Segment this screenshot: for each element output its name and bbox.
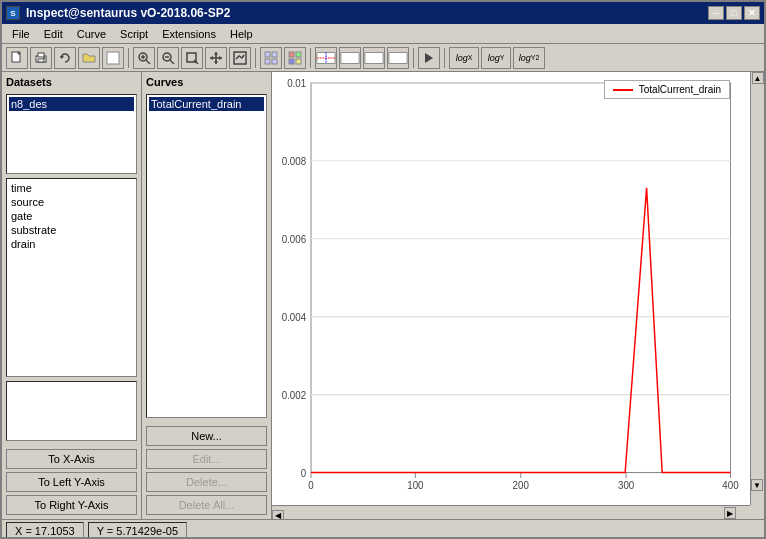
maximize-button[interactable]: □ bbox=[726, 6, 742, 20]
svg-rect-3 bbox=[38, 53, 44, 57]
play-icon[interactable] bbox=[418, 47, 440, 69]
svg-rect-27 bbox=[272, 59, 277, 64]
svg-marker-20 bbox=[214, 61, 218, 64]
marker1-icon[interactable] bbox=[315, 47, 337, 69]
marker2-icon[interactable] bbox=[339, 47, 361, 69]
svg-text:0.004: 0.004 bbox=[282, 312, 307, 324]
mid-panel: Curves TotalCurrent_drain New... Edit...… bbox=[142, 72, 272, 519]
title-bar-controls[interactable]: ─ □ ✕ bbox=[708, 6, 760, 20]
to-x-axis-button[interactable]: To X-Axis bbox=[6, 449, 137, 469]
window-title: Inspect@sentaurus vO-2018.06-SP2 bbox=[26, 6, 230, 20]
axis-buttons: To X-Axis To Left Y-Axis To Right Y-Axis bbox=[6, 449, 137, 515]
open-icon[interactable] bbox=[78, 47, 100, 69]
zoom-in-icon[interactable] bbox=[133, 47, 155, 69]
vertical-scrollbar[interactable]: ▲ ▼ bbox=[750, 72, 764, 505]
svg-text:0.002: 0.002 bbox=[282, 389, 307, 401]
new-icon[interactable] bbox=[6, 47, 28, 69]
edit-curve-button[interactable]: Edit... bbox=[146, 449, 267, 469]
logy-icon[interactable]: logY bbox=[481, 47, 511, 69]
attr-source[interactable]: source bbox=[9, 195, 134, 209]
y-coordinate: Y = 5.71429e-05 bbox=[88, 522, 187, 540]
curve-item-totalcurrent[interactable]: TotalCurrent_drain bbox=[149, 97, 264, 111]
curves-list[interactable]: TotalCurrent_drain bbox=[146, 94, 267, 418]
chart-canvas: 0.01 0.008 0.006 0.004 0.002 0 bbox=[272, 72, 750, 505]
chart-scroll-area[interactable]: 0.01 0.008 0.006 0.004 0.002 0 bbox=[272, 72, 764, 519]
status-bar: X = 17.1053 Y = 5.71429e-05 bbox=[2, 519, 764, 539]
menu-script[interactable]: Script bbox=[114, 26, 154, 42]
svg-text:0.006: 0.006 bbox=[282, 234, 307, 246]
menu-extensions[interactable]: Extensions bbox=[156, 26, 222, 42]
marker3-icon[interactable] bbox=[363, 47, 385, 69]
x-coordinate: X = 17.1053 bbox=[6, 522, 84, 540]
app-icon: S bbox=[6, 6, 20, 20]
menu-file[interactable]: File bbox=[6, 26, 36, 42]
attributes-list[interactable]: time source gate substrate drain bbox=[6, 178, 137, 377]
svg-rect-7 bbox=[107, 52, 119, 64]
svg-text:100: 100 bbox=[407, 479, 424, 491]
color-grid-icon[interactable] bbox=[284, 47, 306, 69]
svg-text:200: 200 bbox=[513, 479, 530, 491]
svg-rect-4 bbox=[38, 59, 44, 62]
svg-rect-30 bbox=[289, 59, 294, 64]
datasets-label: Datasets bbox=[6, 76, 137, 88]
legend-label: TotalCurrent_drain bbox=[639, 84, 721, 95]
toolbar-sep-3 bbox=[310, 48, 311, 68]
toolbar-sep-1 bbox=[128, 48, 129, 68]
attributes-extra-list[interactable] bbox=[6, 381, 137, 441]
datasets-list[interactable]: n8_des bbox=[6, 94, 137, 174]
delete-all-curves-button[interactable]: Delete All... bbox=[146, 495, 267, 515]
to-left-y-axis-button[interactable]: To Left Y-Axis bbox=[6, 472, 137, 492]
toolbar-sep-4 bbox=[413, 48, 414, 68]
close-button[interactable]: ✕ bbox=[744, 6, 760, 20]
svg-text:0.01: 0.01 bbox=[287, 78, 306, 90]
reload-icon[interactable] bbox=[54, 47, 76, 69]
chart-svg: 0.01 0.008 0.006 0.004 0.002 0 bbox=[272, 72, 750, 505]
to-right-y-axis-button[interactable]: To Right Y-Axis bbox=[6, 495, 137, 515]
menu-bar: File Edit Curve Script Extensions Help bbox=[2, 24, 764, 44]
dataset-item-n8des[interactable]: n8_des bbox=[9, 97, 134, 111]
svg-marker-21 bbox=[210, 56, 213, 60]
zoom-box-icon[interactable] bbox=[181, 47, 203, 69]
svg-text:0: 0 bbox=[308, 479, 314, 491]
svg-rect-23 bbox=[234, 52, 246, 64]
grid-icon[interactable] bbox=[260, 47, 282, 69]
chart-legend: TotalCurrent_drain bbox=[604, 80, 730, 99]
svg-rect-29 bbox=[296, 52, 301, 57]
svg-rect-36 bbox=[365, 52, 383, 63]
attr-time[interactable]: time bbox=[9, 181, 134, 195]
print-icon[interactable] bbox=[30, 47, 52, 69]
svg-line-14 bbox=[170, 60, 174, 64]
pan-icon[interactable] bbox=[205, 47, 227, 69]
svg-marker-22 bbox=[219, 56, 222, 60]
zoom-fit-icon[interactable] bbox=[229, 47, 251, 69]
attr-substrate[interactable]: substrate bbox=[9, 223, 134, 237]
menu-help[interactable]: Help bbox=[224, 26, 259, 42]
svg-rect-25 bbox=[272, 52, 277, 57]
svg-rect-28 bbox=[289, 52, 294, 57]
minimize-button[interactable]: ─ bbox=[708, 6, 724, 20]
svg-marker-19 bbox=[214, 52, 218, 55]
svg-line-11 bbox=[146, 60, 150, 64]
menu-edit[interactable]: Edit bbox=[38, 26, 69, 42]
logx-icon[interactable]: logX bbox=[449, 47, 479, 69]
toolbar: logX logY logY2 bbox=[2, 44, 764, 72]
marker4-icon[interactable] bbox=[387, 47, 409, 69]
svg-marker-38 bbox=[425, 53, 433, 63]
svg-text:300: 300 bbox=[618, 479, 635, 491]
svg-text:0: 0 bbox=[301, 467, 307, 479]
new-curve-button[interactable]: New... bbox=[146, 426, 267, 446]
attr-gate[interactable]: gate bbox=[9, 209, 134, 223]
zoom-out-icon[interactable] bbox=[157, 47, 179, 69]
curve-buttons: New... Edit... Delete... Delete All... bbox=[146, 426, 267, 515]
legend-line-icon bbox=[613, 86, 633, 94]
toolbar-sep-5 bbox=[444, 48, 445, 68]
horizontal-scrollbar[interactable]: ◀ ▶ bbox=[272, 505, 750, 519]
attr-drain[interactable]: drain bbox=[9, 237, 134, 251]
delete-curve-button[interactable]: Delete... bbox=[146, 472, 267, 492]
svg-rect-40 bbox=[311, 83, 730, 473]
main-content: Datasets n8_des time source gate substra… bbox=[2, 72, 764, 519]
logy2-icon[interactable]: logY2 bbox=[513, 47, 545, 69]
toolbar-sep-2 bbox=[255, 48, 256, 68]
menu-curve[interactable]: Curve bbox=[71, 26, 112, 42]
pointer-icon[interactable] bbox=[102, 47, 124, 69]
